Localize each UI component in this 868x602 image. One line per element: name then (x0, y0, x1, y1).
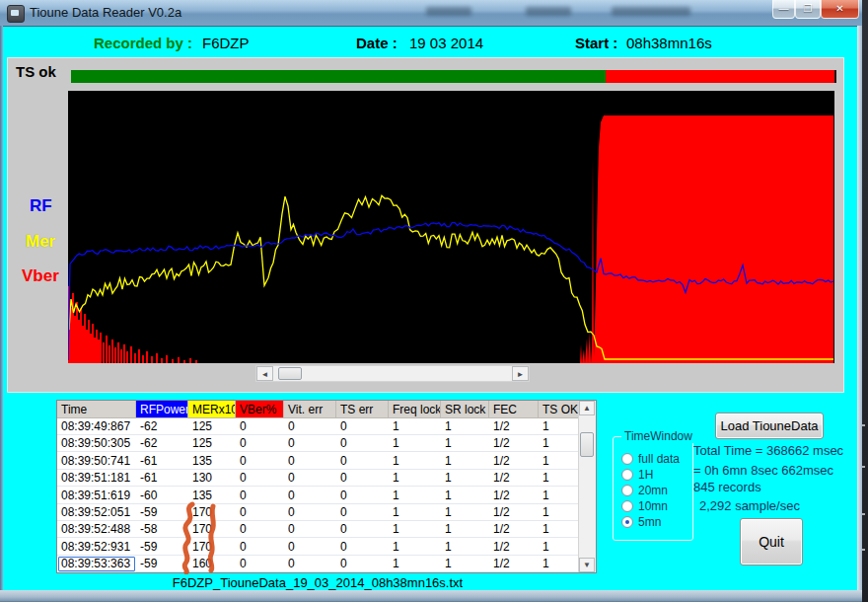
table-cell[interactable]: 1 (441, 488, 489, 504)
table-cell[interactable]: 1 (389, 435, 441, 452)
table-cell[interactable]: 1/2 (489, 488, 539, 504)
table-cell[interactable]: 0 (236, 504, 284, 521)
table-cell[interactable]: 0 (284, 418, 336, 435)
table-cell[interactable]: 08:39:49:867 (57, 418, 136, 435)
table-cell[interactable]: 1 (441, 418, 489, 435)
table-cell[interactable]: 0 (284, 453, 336, 470)
table-cell[interactable]: 170 (188, 521, 236, 538)
table-cell[interactable]: 1 (441, 556, 489, 572)
table-cell[interactable]: 0 (284, 504, 336, 521)
table-row[interactable]: 08:39:52:931-59170000111/21 (57, 539, 579, 556)
table-cell[interactable]: 1 (389, 521, 441, 538)
table-cell[interactable]: 1/2 (489, 418, 539, 435)
table-cell[interactable]: 1 (389, 453, 441, 470)
radio-selected-icon[interactable] (621, 516, 633, 528)
table-cell[interactable]: 0 (284, 488, 336, 504)
close-button[interactable]: ✕ (821, 0, 859, 19)
table-cell[interactable]: 0 (336, 539, 389, 556)
table-cell[interactable]: 0 (236, 418, 284, 435)
table-cell[interactable]: 0 (336, 453, 389, 470)
table-row[interactable]: 08:39:52:488-58170000111/21 (57, 521, 579, 538)
table-cell[interactable]: 1 (389, 539, 441, 556)
table-cell[interactable]: 0 (236, 521, 284, 538)
table-cell[interactable]: 0 (284, 539, 336, 556)
table-cell[interactable]: 0 (236, 435, 284, 452)
table-cell[interactable]: 0 (336, 504, 389, 521)
table-cell[interactable]: -59 (136, 556, 188, 572)
radio-icon[interactable] (621, 500, 633, 512)
table-cell[interactable]: 1 (389, 504, 441, 521)
table-cell[interactable]: -59 (136, 504, 188, 521)
table-row[interactable]: 08:39:51:181-61130000111/21 (57, 470, 579, 487)
table-cell[interactable]: 1/2 (489, 470, 539, 487)
table-cell[interactable]: 1 (539, 521, 580, 538)
table-cell[interactable]: 0 (336, 488, 389, 504)
table-cell[interactable]: 08:39:52:488 (57, 521, 136, 538)
vscroll-down-arrow[interactable]: ▼ (579, 558, 595, 572)
table-cell[interactable]: 1 (441, 539, 489, 556)
table-cell[interactable]: 1 (539, 470, 580, 487)
table-cell[interactable]: 0 (284, 521, 336, 538)
table-vscrollbar[interactable]: ▲ ▼ (578, 401, 596, 572)
table-cell[interactable]: 125 (188, 418, 236, 435)
table-cell[interactable]: 1 (539, 504, 580, 521)
table-cell[interactable]: 0 (236, 556, 284, 572)
table-cell[interactable]: 0 (236, 539, 284, 556)
table-row[interactable]: 08:39:53:363-59160000111/21 (57, 556, 579, 572)
table-cell[interactable]: 1/2 (489, 521, 539, 538)
table-cell[interactable]: 1/2 (489, 504, 539, 521)
table-cell[interactable]: 125 (188, 435, 236, 452)
radio-icon[interactable] (621, 485, 633, 496)
table-cell[interactable]: -59 (136, 539, 188, 556)
minimize-button[interactable]: — (772, 0, 795, 19)
table-cell[interactable]: 0 (336, 556, 389, 572)
table-cell[interactable]: 1 (441, 435, 489, 452)
vscroll-up-arrow[interactable]: ▲ (579, 401, 595, 415)
table-cell[interactable]: 1 (389, 556, 441, 572)
table-cell[interactable]: 08:39:50:305 (57, 435, 136, 452)
table-row[interactable]: 08:39:50:305-62125000111/21 (57, 435, 579, 452)
table-cell[interactable]: 1 (389, 418, 441, 435)
table-row[interactable]: 08:39:52:051-59170000111/21 (57, 504, 579, 521)
table-cell[interactable]: 08:39:52:051 (57, 504, 136, 521)
table-cell[interactable]: 0 (336, 418, 389, 435)
table-cell[interactable]: 1 (539, 453, 580, 470)
table-cell[interactable]: 1/2 (489, 453, 539, 470)
radio-icon[interactable] (621, 453, 633, 465)
table-cell[interactable]: 1 (539, 435, 580, 452)
table-cell[interactable]: -61 (136, 453, 188, 470)
table-cell[interactable]: 1 (441, 453, 489, 470)
table-cell[interactable]: 08:39:50:741 (57, 453, 136, 470)
table-cell[interactable]: 1 (441, 470, 489, 487)
table-row[interactable]: 08:39:50:741-61135000111/21 (57, 453, 579, 470)
quit-button[interactable]: Quit (740, 518, 803, 565)
table-cell[interactable]: 170 (188, 504, 236, 521)
table-cell[interactable]: 0 (336, 470, 389, 487)
table-cell[interactable]: -60 (136, 488, 188, 504)
table-cell[interactable]: 130 (188, 470, 236, 487)
table-cell[interactable]: 0 (284, 470, 336, 487)
table-cell[interactable]: 1 (389, 470, 441, 487)
table-cell[interactable]: 08:39:52:931 (57, 539, 136, 556)
table-cell[interactable]: -62 (136, 435, 188, 452)
table-cell[interactable]: 08:39:53:363 (57, 556, 136, 572)
table-cell[interactable]: 1 (441, 504, 489, 521)
table-cell[interactable]: 0 (236, 488, 284, 504)
hscroll-right-arrow[interactable]: ► (512, 366, 529, 381)
table-cell[interactable]: 1 (539, 488, 580, 504)
table-cell[interactable]: -58 (136, 521, 188, 538)
table-cell[interactable]: 0 (236, 470, 284, 487)
table-cell[interactable]: 1 (441, 521, 489, 538)
table-cell[interactable]: 1 (539, 556, 580, 572)
table-cell[interactable]: 0 (284, 556, 336, 572)
maximize-button[interactable]: ❐ (795, 0, 821, 19)
table-cell[interactable]: 08:39:51:619 (57, 488, 136, 504)
table-cell[interactable]: 0 (236, 453, 284, 470)
vscroll-thumb[interactable] (580, 432, 594, 457)
table-cell[interactable]: -62 (136, 418, 188, 435)
table-cell[interactable]: 1/2 (489, 539, 539, 556)
table-row[interactable]: 08:39:49:867-62125000111/21 (57, 418, 579, 435)
table-cell[interactable]: -61 (136, 470, 188, 487)
table-cell[interactable]: 08:39:51:181 (57, 470, 136, 487)
table-row[interactable]: 08:39:51:619-60135000111/21 (57, 488, 579, 504)
